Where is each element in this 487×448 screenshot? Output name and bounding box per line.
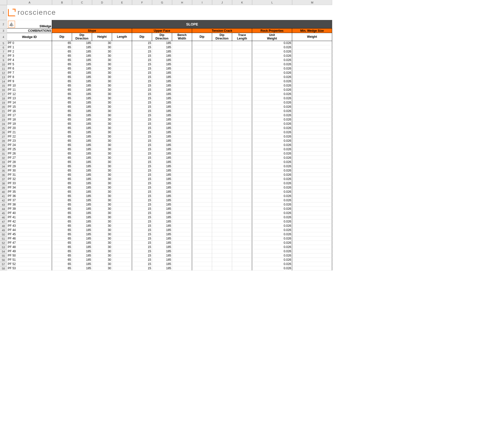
data-cell[interactable]: [292, 62, 332, 66]
data-cell[interactable]: 65: [52, 173, 72, 177]
data-cell[interactable]: [112, 202, 132, 207]
data-cell[interactable]: 0.026: [252, 190, 292, 194]
data-cell[interactable]: 15: [132, 224, 152, 228]
data-cell[interactable]: 15: [132, 134, 152, 139]
data-cell[interactable]: [292, 88, 332, 92]
data-cell[interactable]: [292, 186, 332, 190]
data-cell[interactable]: [112, 113, 132, 118]
data-cell[interactable]: [172, 262, 192, 266]
data-cell[interactable]: [232, 220, 252, 224]
row-header-39[interactable]: 39: [0, 186, 7, 190]
data-cell[interactable]: [232, 50, 252, 54]
data-cell[interactable]: 65: [52, 258, 72, 262]
data-cell[interactable]: [212, 207, 232, 211]
data-cell[interactable]: [232, 130, 252, 134]
data-cell[interactable]: 185: [72, 45, 92, 50]
data-cell[interactable]: [292, 45, 332, 50]
data-cell[interactable]: [232, 143, 252, 147]
wedge-id-cell[interactable]: PF 40: [7, 211, 52, 215]
data-cell[interactable]: 0.026: [252, 84, 292, 88]
data-cell[interactable]: 30: [92, 190, 112, 194]
data-cell[interactable]: 65: [52, 92, 72, 96]
data-cell[interactable]: [212, 194, 232, 198]
data-cell[interactable]: 15: [132, 96, 152, 100]
data-cell[interactable]: [172, 105, 192, 109]
data-cell[interactable]: 30: [92, 207, 112, 211]
data-cell[interactable]: 65: [52, 152, 72, 156]
data-cell[interactable]: [112, 168, 132, 173]
data-cell[interactable]: [232, 241, 252, 245]
row-header-25[interactable]: 25: [0, 126, 7, 130]
data-cell[interactable]: [172, 118, 192, 122]
data-cell[interactable]: 65: [52, 79, 72, 84]
data-cell[interactable]: [292, 160, 332, 164]
data-cell[interactable]: 15: [132, 262, 152, 266]
data-cell[interactable]: 0.026: [252, 88, 292, 92]
row-header-34[interactable]: 34: [0, 164, 7, 168]
data-cell[interactable]: 65: [52, 113, 72, 118]
data-cell[interactable]: [192, 224, 212, 228]
data-cell[interactable]: [192, 190, 212, 194]
data-cell[interactable]: 65: [52, 190, 72, 194]
data-cell[interactable]: 30: [92, 194, 112, 198]
data-cell[interactable]: [232, 262, 252, 266]
row-header-35[interactable]: 35: [0, 168, 7, 173]
data-cell[interactable]: 185: [72, 134, 92, 139]
column-header-F[interactable]: F: [132, 0, 152, 5]
data-cell[interactable]: 0.026: [252, 130, 292, 134]
data-cell[interactable]: 185: [72, 96, 92, 100]
data-cell[interactable]: 30: [92, 249, 112, 254]
data-cell[interactable]: [232, 152, 252, 156]
data-cell[interactable]: [172, 160, 192, 164]
data-cell[interactable]: 65: [52, 168, 72, 173]
data-cell[interactable]: 30: [92, 164, 112, 168]
row-header-26[interactable]: 26: [0, 130, 7, 134]
data-cell[interactable]: 30: [92, 236, 112, 241]
data-cell[interactable]: [212, 45, 232, 50]
data-cell[interactable]: 0.026: [252, 118, 292, 122]
wedge-id-cell[interactable]: PF 35: [7, 190, 52, 194]
data-cell[interactable]: [232, 58, 252, 62]
data-cell[interactable]: [212, 164, 232, 168]
data-cell[interactable]: [232, 41, 252, 45]
data-cell[interactable]: [112, 232, 132, 236]
data-cell[interactable]: [232, 79, 252, 84]
row-header-9[interactable]: 9: [0, 58, 7, 62]
data-cell[interactable]: [232, 232, 252, 236]
data-cell[interactable]: [292, 147, 332, 152]
wedge-id-cell[interactable]: PF 36: [7, 194, 52, 198]
data-cell[interactable]: [232, 88, 252, 92]
data-cell[interactable]: 30: [92, 139, 112, 143]
data-cell[interactable]: [172, 113, 192, 118]
data-cell[interactable]: 30: [92, 92, 112, 96]
data-cell[interactable]: 0.026: [252, 254, 292, 258]
data-cell[interactable]: 30: [92, 177, 112, 181]
data-cell[interactable]: [212, 258, 232, 262]
data-cell[interactable]: [192, 186, 212, 190]
data-cell[interactable]: 185: [72, 220, 92, 224]
data-cell[interactable]: [112, 173, 132, 177]
data-cell[interactable]: 185: [152, 160, 172, 164]
data-cell[interactable]: 30: [92, 130, 112, 134]
wedge-id-cell[interactable]: PF 34: [7, 186, 52, 190]
data-cell[interactable]: [192, 249, 212, 254]
data-cell[interactable]: 185: [72, 245, 92, 249]
data-cell[interactable]: [192, 245, 212, 249]
data-cell[interactable]: 15: [132, 58, 152, 62]
wedge-id-cell[interactable]: PF 51: [7, 258, 52, 262]
data-cell[interactable]: [192, 215, 212, 220]
data-cell[interactable]: [232, 139, 252, 143]
data-cell[interactable]: 0.026: [252, 58, 292, 62]
data-cell[interactable]: [192, 66, 212, 71]
data-cell[interactable]: 185: [152, 224, 172, 228]
data-cell[interactable]: 0.026: [252, 152, 292, 156]
data-cell[interactable]: [192, 118, 212, 122]
data-cell[interactable]: [232, 126, 252, 130]
data-cell[interactable]: 185: [152, 258, 172, 262]
data-cell[interactable]: [112, 122, 132, 126]
data-cell[interactable]: 65: [52, 122, 72, 126]
wedge-id-cell[interactable]: PF 48: [7, 245, 52, 249]
data-cell[interactable]: [232, 254, 252, 258]
data-cell[interactable]: [172, 92, 192, 96]
data-cell[interactable]: [112, 88, 132, 92]
